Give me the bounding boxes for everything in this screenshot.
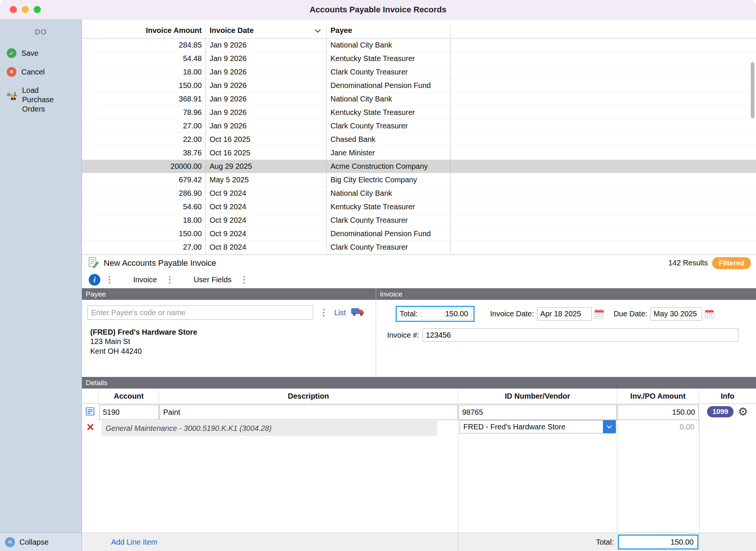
scrollbar-thumb[interactable]: [751, 62, 755, 118]
dropdown-chevron-icon[interactable]: [603, 420, 616, 433]
table-row[interactable]: 284.85Jan 9 2026National City Bank: [82, 39, 756, 52]
sidebar-header: DO: [0, 19, 82, 44]
column-header-extra: [451, 23, 756, 38]
tab-invoice[interactable]: Invoice: [133, 276, 157, 284]
invoice-total-input[interactable]: 150.00: [421, 308, 472, 320]
form-title: New Accounts Payable Invoice: [104, 258, 216, 268]
id-number-input[interactable]: 98765: [458, 405, 617, 420]
details-section: Details Account Description ID Number/Ve…: [82, 377, 756, 551]
save-check-icon: ✓: [7, 48, 16, 58]
invoice-panel-header: Invoice: [376, 288, 756, 300]
minimize-window-button[interactable]: [22, 6, 29, 13]
table-row[interactable]: 18.00Jan 9 2026Clark County Treasurer: [82, 66, 756, 79]
column-header-id-vendor: ID Number/Vendor: [458, 389, 617, 404]
column-header-invoice-date[interactable]: Invoice Date: [206, 23, 327, 38]
column-header-description: Description: [159, 389, 458, 404]
table-row[interactable]: 150.00Jan 9 2026Denominational Pension F…: [82, 79, 756, 92]
invoice-number-input[interactable]: [423, 328, 738, 342]
cancel-x-icon: ×: [7, 67, 16, 77]
tab-user-fields[interactable]: User Fields: [193, 276, 231, 284]
column-header-info: Info: [699, 389, 756, 404]
details-header: Details: [82, 377, 756, 389]
sort-chevron-down-icon: [314, 26, 321, 35]
details-footer: Add Line Item Total: 150.00: [82, 533, 756, 551]
table-row[interactable]: 78.96Jan 9 2026Kentucky State Treasurer: [82, 106, 756, 119]
calendar-icon[interactable]: [594, 309, 604, 319]
payee-address-line2: Kent OH 44240: [87, 346, 371, 356]
invoice-date-input[interactable]: [537, 307, 592, 321]
table-row[interactable]: 27.00Oct 8 2024Clark County Treasurer: [82, 241, 756, 254]
add-line-item-button[interactable]: Add Line Item: [99, 533, 458, 551]
table-row[interactable]: 27.00Jan 9 2026Clark County Treasurer: [82, 119, 756, 133]
window-controls: [10, 6, 41, 13]
total-label: Total:: [400, 310, 418, 318]
close-window-button[interactable]: [10, 6, 17, 13]
column-header-inv-po-amount: Inv./PO Amount: [617, 389, 699, 404]
payee-search-input[interactable]: [87, 305, 313, 320]
details-total-input[interactable]: 150.00: [618, 535, 698, 550]
new-invoice-document-icon: [88, 257, 99, 270]
title-bar: Accounts Payable Invoice Records: [0, 0, 756, 19]
details-header-row: Account Description ID Number/Vendor Inv…: [82, 389, 756, 404]
collapse-button[interactable]: « Collapse: [0, 533, 82, 551]
vendor-dropdown-value: FRED - Fred's Hardware Store: [460, 420, 603, 433]
table-row[interactable]: 38.76Oct 16 2025Jane Minister: [82, 146, 756, 160]
details-icon-column: [82, 389, 99, 404]
cancel-button[interactable]: × Cancel: [0, 63, 82, 81]
cancel-label: Cancel: [21, 68, 45, 76]
table-row-selected[interactable]: 20000.00Aug 29 2025Acme Construction Com…: [82, 160, 756, 173]
expense-account-row: × General Maintenance - 3000.5190.K.K1 (…: [82, 419, 756, 434]
invoice-date-label: Invoice Date:: [490, 310, 534, 318]
details-empty-area: [82, 434, 756, 533]
collapse-label: Collapse: [19, 538, 49, 547]
gear-icon[interactable]: ⚙: [738, 406, 748, 417]
table-row[interactable]: 286.90Oct 9 2024National City Bank: [82, 187, 756, 200]
kebab-menu-icon[interactable]: ⋮: [105, 275, 114, 284]
table-row[interactable]: 18.00Oct 9 2024Clark County Treasurer: [82, 214, 756, 227]
table-row[interactable]: 54.48Jan 9 2026Kentucky State Treasurer: [82, 52, 756, 66]
payee-panel-header: Payee: [82, 288, 376, 300]
records-header-row: Invoice Amount Invoice Date Payee: [82, 23, 756, 39]
calendar-icon[interactable]: [704, 309, 714, 319]
kebab-menu-icon[interactable]: ⋮: [240, 275, 249, 284]
payee-name: (FRED) Fred's Hardware Store: [87, 328, 371, 337]
payee-address-line1: 123 Main St: [87, 337, 371, 346]
table-row[interactable]: 368.91Jan 9 2026National City Bank: [82, 92, 756, 106]
line-item-document-icon[interactable]: [82, 404, 99, 419]
load-purchase-orders-button[interactable]: Load Purchase Orders: [0, 81, 82, 118]
kebab-menu-icon[interactable]: ⋮: [165, 275, 174, 284]
line-item-row: 5190 Paint 98765 150.00 1099 ⚙: [82, 404, 756, 419]
expense-amount: 0.00: [617, 419, 699, 434]
details-total-label: Total:: [458, 533, 617, 551]
column-header-account: Account: [99, 389, 159, 404]
forklift-icon: [7, 91, 17, 103]
payee-list-link[interactable]: List: [334, 308, 346, 317]
expense-account-text: General Maintenance - 3000.5190.K.K1 (30…: [101, 421, 437, 436]
info-icon[interactable]: i: [89, 274, 100, 286]
account-input[interactable]: 5190: [99, 405, 159, 420]
due-date-label: Due Date:: [614, 310, 647, 318]
table-row[interactable]: 150.00Oct 9 2024Denominational Pension F…: [82, 227, 756, 241]
zoom-window-button[interactable]: [34, 6, 41, 13]
badge-1099[interactable]: 1099: [707, 406, 733, 417]
filtered-badge[interactable]: Filtered: [712, 257, 751, 269]
column-header-invoice-amount[interactable]: Invoice Amount: [82, 23, 206, 38]
invoice-number-label: Invoice #:: [382, 331, 419, 340]
description-input[interactable]: Paint: [159, 405, 458, 420]
chevron-double-left-icon: «: [5, 537, 15, 547]
save-button[interactable]: ✓ Save: [0, 44, 82, 63]
table-row[interactable]: 22.00Oct 16 2025Chased Bank: [82, 133, 756, 146]
vendor-dropdown[interactable]: FRED - Fred's Hardware Store: [460, 420, 616, 433]
tab-bar: i ⋮ Invoice ⋮ User Fields ⋮: [82, 271, 756, 288]
inv-po-amount-input[interactable]: 150.00: [618, 405, 699, 420]
load-purchase-orders-label: Load Purchase Orders: [22, 86, 63, 114]
table-row[interactable]: 679.42May 5 2025Big City Electric Compan…: [82, 173, 756, 187]
column-header-payee[interactable]: Payee: [327, 23, 451, 38]
payee-kebab-menu-icon[interactable]: ⋮: [319, 308, 328, 317]
delete-line-icon[interactable]: ×: [82, 419, 99, 434]
table-row[interactable]: 54.60Oct 9 2024Kentucky State Treasurer: [82, 200, 756, 214]
window-title: Accounts Payable Invoice Records: [0, 5, 756, 15]
due-date-input[interactable]: [650, 307, 702, 321]
sidebar: DO ✓ Save × Cancel: [0, 19, 82, 551]
truck-icon[interactable]: [351, 307, 365, 318]
